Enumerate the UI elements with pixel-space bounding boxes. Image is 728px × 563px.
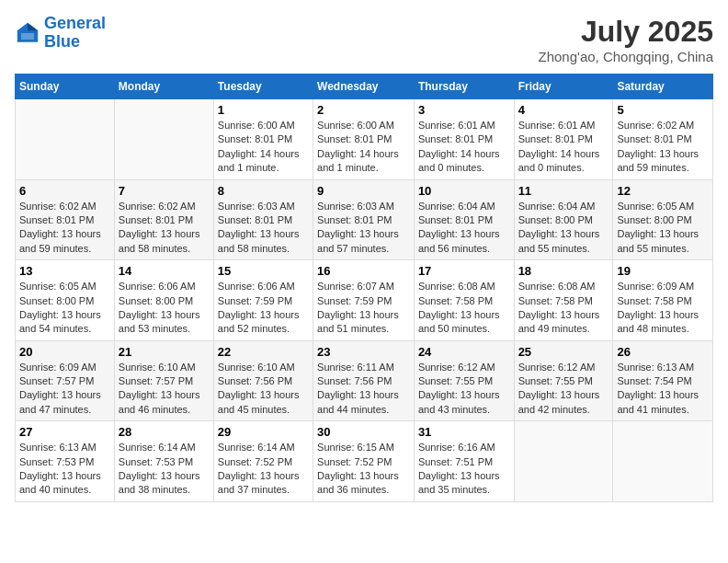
day-number: 8	[218, 184, 309, 198]
day-number: 23	[317, 345, 410, 359]
day-info-line: Sunset: 7:52 PM	[317, 455, 410, 469]
weekday-header-tuesday: Tuesday	[213, 75, 313, 99]
day-info-line: Daylight: 13 hours and 42 minutes.	[518, 388, 609, 417]
day-info-line: Daylight: 14 hours and 0 minutes.	[518, 147, 609, 176]
day-info-line: Sunset: 8:01 PM	[218, 213, 309, 227]
day-info-line: Daylight: 13 hours and 47 minutes.	[19, 388, 110, 417]
day-number: 4	[518, 103, 609, 117]
day-info-line: Sunrise: 6:09 AM	[617, 280, 709, 293]
day-number: 25	[518, 345, 609, 359]
day-info-line: Sunrise: 6:12 AM	[518, 361, 609, 374]
day-info-line: Sunrise: 6:07 AM	[317, 280, 410, 293]
day-info: Sunrise: 6:01 AMSunset: 8:01 PMDaylight:…	[418, 119, 510, 176]
title-block: July 2025 Zhong'ao, Chongqing, China	[538, 15, 713, 64]
day-info-line: Sunset: 7:57 PM	[119, 374, 210, 388]
day-number: 31	[418, 425, 510, 439]
day-info: Sunrise: 6:08 AMSunset: 7:58 PMDaylight:…	[418, 280, 510, 337]
day-info-line: Daylight: 13 hours and 51 minutes.	[317, 308, 410, 337]
calendar-cell: 2Sunrise: 6:00 AMSunset: 8:01 PMDaylight…	[313, 99, 415, 180]
day-info-line: Daylight: 13 hours and 41 minutes.	[617, 388, 709, 417]
day-info-line: Daylight: 13 hours and 57 minutes.	[317, 227, 410, 256]
day-number: 14	[119, 264, 210, 278]
day-info-line: Sunrise: 6:10 AM	[119, 361, 210, 374]
day-info-line: Daylight: 14 hours and 0 minutes.	[418, 147, 510, 176]
day-info-line: Sunrise: 6:16 AM	[418, 441, 510, 454]
day-info-line: Daylight: 13 hours and 38 minutes.	[119, 469, 210, 498]
calendar-cell: 30Sunrise: 6:15 AMSunset: 7:52 PMDayligh…	[313, 421, 415, 502]
day-info-line: Sunrise: 6:00 AM	[218, 119, 309, 132]
weekday-header-row: SundayMondayTuesdayWednesdayThursdayFrid…	[16, 75, 713, 99]
svg-marker-1	[28, 23, 38, 30]
day-number: 24	[418, 345, 510, 359]
day-info: Sunrise: 6:04 AMSunset: 8:00 PMDaylight:…	[518, 200, 609, 257]
day-info-line: Daylight: 13 hours and 48 minutes.	[617, 308, 709, 337]
day-info-line: Sunset: 8:01 PM	[317, 213, 410, 227]
calendar-cell	[114, 99, 213, 180]
day-info-line: Sunset: 7:53 PM	[119, 455, 210, 469]
calendar-cell: 23Sunrise: 6:11 AMSunset: 7:56 PMDayligh…	[313, 340, 415, 421]
day-info-line: Sunrise: 6:04 AM	[418, 200, 510, 213]
calendar-cell: 1Sunrise: 6:00 AMSunset: 8:01 PMDaylight…	[213, 99, 313, 180]
calendar-cell: 10Sunrise: 6:04 AMSunset: 8:01 PMDayligh…	[414, 179, 514, 260]
day-info-line: Sunrise: 6:14 AM	[119, 441, 210, 454]
weekday-header-friday: Friday	[514, 75, 613, 99]
day-info-line: Daylight: 13 hours and 35 minutes.	[418, 469, 510, 498]
day-info-line: Sunset: 8:00 PM	[119, 294, 210, 308]
day-info-line: Sunset: 7:59 PM	[317, 294, 410, 308]
day-info: Sunrise: 6:09 AMSunset: 7:57 PMDaylight:…	[19, 361, 110, 418]
day-info: Sunrise: 6:12 AMSunset: 7:55 PMDaylight:…	[518, 361, 609, 418]
day-info: Sunrise: 6:16 AMSunset: 7:51 PMDaylight:…	[418, 441, 510, 498]
calendar-cell: 25Sunrise: 6:12 AMSunset: 7:55 PMDayligh…	[514, 340, 613, 421]
day-info-line: Sunset: 8:01 PM	[617, 132, 709, 146]
day-info-line: Sunrise: 6:03 AM	[218, 200, 309, 213]
day-number: 9	[317, 184, 410, 198]
calendar-cell	[16, 99, 115, 180]
day-info-line: Sunset: 8:00 PM	[518, 213, 609, 227]
day-info: Sunrise: 6:14 AMSunset: 7:53 PMDaylight:…	[119, 441, 210, 498]
calendar-cell: 27Sunrise: 6:13 AMSunset: 7:53 PMDayligh…	[16, 421, 115, 502]
day-number: 12	[617, 184, 709, 198]
day-info-line: Daylight: 14 hours and 1 minute.	[218, 147, 309, 176]
calendar-week-1: 1Sunrise: 6:00 AMSunset: 8:01 PMDaylight…	[16, 99, 713, 180]
day-info-line: Sunset: 7:56 PM	[218, 374, 309, 388]
day-number: 11	[518, 184, 609, 198]
day-info: Sunrise: 6:11 AMSunset: 7:56 PMDaylight:…	[317, 361, 410, 418]
day-info-line: Sunset: 7:51 PM	[418, 455, 510, 469]
day-info-line: Daylight: 13 hours and 55 minutes.	[518, 227, 609, 256]
day-info-line: Daylight: 13 hours and 45 minutes.	[218, 388, 309, 417]
day-info-line: Sunrise: 6:08 AM	[418, 280, 510, 293]
calendar-cell: 13Sunrise: 6:05 AMSunset: 8:00 PMDayligh…	[16, 260, 115, 341]
weekday-header-monday: Monday	[114, 75, 213, 99]
day-info-line: Sunset: 8:01 PM	[518, 132, 609, 146]
logo-line1: General	[44, 14, 106, 32]
calendar-cell: 4Sunrise: 6:01 AMSunset: 8:01 PMDaylight…	[514, 99, 613, 180]
day-number: 3	[418, 103, 510, 117]
day-number: 30	[317, 425, 410, 439]
calendar-cell: 5Sunrise: 6:02 AMSunset: 8:01 PMDaylight…	[613, 99, 713, 180]
day-info-line: Sunset: 8:00 PM	[19, 294, 110, 308]
day-info-line: Sunset: 7:57 PM	[19, 374, 110, 388]
day-info-line: Daylight: 13 hours and 49 minutes.	[518, 308, 609, 337]
weekday-header-sunday: Sunday	[16, 75, 115, 99]
day-number: 19	[617, 264, 709, 278]
logo-line2: Blue	[44, 32, 80, 51]
calendar-cell: 24Sunrise: 6:12 AMSunset: 7:55 PMDayligh…	[414, 340, 514, 421]
day-number: 7	[119, 184, 210, 198]
day-number: 22	[218, 345, 309, 359]
day-info-line: Daylight: 13 hours and 37 minutes.	[218, 469, 309, 498]
day-info-line: Sunrise: 6:13 AM	[617, 361, 709, 374]
day-info: Sunrise: 6:02 AMSunset: 8:01 PMDaylight:…	[617, 119, 709, 176]
day-info-line: Daylight: 13 hours and 59 minutes.	[19, 227, 110, 256]
day-info-line: Sunrise: 6:13 AM	[19, 441, 110, 454]
day-info-line: Daylight: 13 hours and 52 minutes.	[218, 308, 309, 337]
day-info: Sunrise: 6:06 AMSunset: 8:00 PMDaylight:…	[119, 280, 210, 337]
month-year: July 2025	[538, 15, 713, 49]
day-info-line: Daylight: 13 hours and 50 minutes.	[418, 308, 510, 337]
day-info: Sunrise: 6:02 AMSunset: 8:01 PMDaylight:…	[119, 200, 210, 257]
day-number: 20	[19, 345, 110, 359]
calendar-body: 1Sunrise: 6:00 AMSunset: 8:01 PMDaylight…	[16, 99, 713, 502]
calendar-cell: 28Sunrise: 6:14 AMSunset: 7:53 PMDayligh…	[114, 421, 213, 502]
day-number: 15	[218, 264, 309, 278]
day-number: 17	[418, 264, 510, 278]
day-info: Sunrise: 6:08 AMSunset: 7:58 PMDaylight:…	[518, 280, 609, 337]
